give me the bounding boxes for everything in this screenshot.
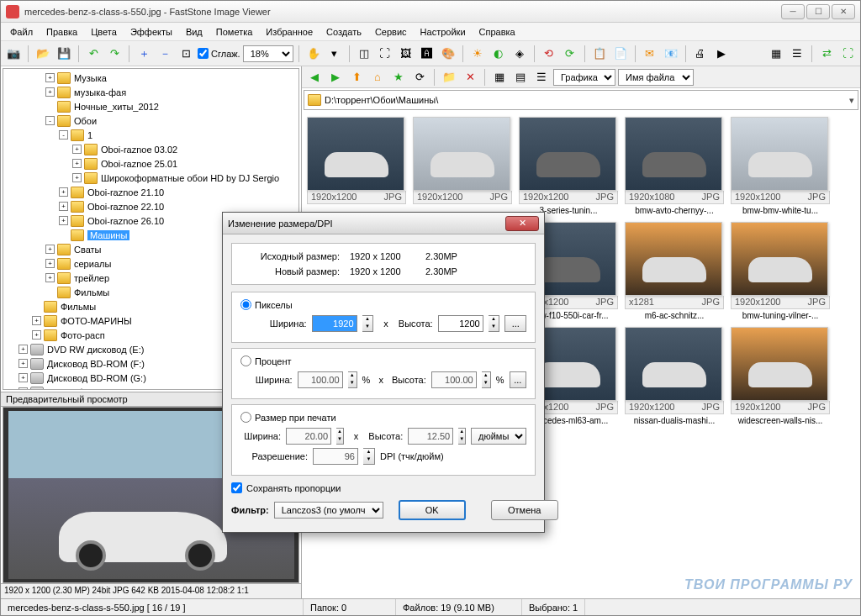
thumbnail[interactable]: 1920x1200JPGwidescreen-walls-nis... bbox=[731, 327, 830, 425]
tree-item[interactable]: +Широкоформатные обои HD by DJ Sergio bbox=[5, 171, 297, 185]
menu-Создать[interactable]: Создать bbox=[320, 25, 367, 39]
slideshow-icon[interactable]: ▶ bbox=[712, 45, 731, 63]
menu-Настройки[interactable]: Настройки bbox=[415, 25, 472, 39]
tree-expander-icon[interactable]: + bbox=[45, 273, 55, 282]
brightness-icon[interactable]: ☀ bbox=[468, 45, 487, 63]
thumbnail[interactable]: x1281JPGm6-ac-schnitz... bbox=[625, 222, 724, 320]
undo-icon[interactable]: ⟲ bbox=[540, 45, 558, 63]
tree-expander-icon[interactable]: + bbox=[45, 73, 55, 82]
crop-icon[interactable]: ◫ bbox=[355, 45, 373, 63]
menu-Цвета[interactable]: Цвета bbox=[85, 25, 123, 39]
thumbnail[interactable]: 1920x1200JPGbmw-tuning-vilner-... bbox=[731, 222, 830, 320]
text-icon[interactable]: 🅰 bbox=[418, 45, 436, 63]
tree-expander-icon[interactable]: + bbox=[18, 387, 28, 390]
tree-expander-icon[interactable]: + bbox=[18, 373, 28, 382]
unit-combo[interactable]: дюймы bbox=[471, 428, 526, 445]
percent-radio[interactable]: Процент bbox=[240, 355, 526, 366]
tree-item[interactable]: +Oboi-raznoe 03.02 bbox=[5, 142, 297, 156]
hand-icon[interactable]: ✋ bbox=[304, 45, 323, 63]
view-small-icon[interactable]: ▤ bbox=[511, 68, 530, 87]
width-pct-input[interactable] bbox=[298, 371, 343, 388]
fav-icon[interactable]: ★ bbox=[389, 68, 408, 87]
tree-item[interactable]: Ночные_хиты_2012 bbox=[5, 99, 297, 113]
keep-aspect-checkbox[interactable]: Сохранять пропорции bbox=[231, 482, 536, 493]
copy-icon[interactable]: 📋 bbox=[590, 45, 609, 63]
maximize-button[interactable]: ☐ bbox=[806, 4, 830, 19]
thumbnail[interactable]: 1920x1200JPG3-series-tunin... bbox=[519, 117, 618, 215]
paste-icon[interactable]: 📄 bbox=[611, 45, 630, 63]
tree-expander-icon[interactable]: + bbox=[72, 145, 82, 154]
menu-Правка[interactable]: Правка bbox=[40, 25, 83, 39]
compare-icon[interactable]: ⇄ bbox=[817, 45, 836, 63]
home-icon[interactable]: ⌂ bbox=[368, 68, 387, 87]
delete-icon[interactable]: ✕ bbox=[461, 68, 479, 87]
forward-icon[interactable]: ▶ bbox=[326, 68, 345, 87]
refresh-icon[interactable]: ⟳ bbox=[410, 68, 429, 87]
menu-Сервис[interactable]: Сервис bbox=[369, 25, 413, 39]
tree-expander-icon[interactable]: + bbox=[59, 202, 68, 211]
menu-Пометка[interactable]: Пометка bbox=[210, 25, 259, 39]
group-combo[interactable]: Графика bbox=[553, 69, 615, 86]
clone-icon[interactable]: 🖼 bbox=[397, 45, 415, 63]
zoom-in-icon[interactable]: ＋ bbox=[135, 45, 153, 63]
tree-expander-icon[interactable]: + bbox=[32, 316, 41, 325]
tree-expander-icon[interactable]: + bbox=[18, 345, 28, 354]
height-px-input[interactable] bbox=[438, 315, 483, 332]
view-list-icon[interactable]: ☰ bbox=[788, 45, 806, 63]
width-print-input[interactable] bbox=[286, 428, 331, 445]
height-pct-input[interactable] bbox=[431, 371, 477, 388]
ok-button[interactable]: OK bbox=[399, 500, 466, 520]
menu-Справка[interactable]: Справка bbox=[473, 25, 521, 39]
width-spinner[interactable]: ▲▼ bbox=[362, 315, 374, 332]
tree-item[interactable]: +Oboi-raznoe 21.10 bbox=[5, 185, 297, 199]
open-icon[interactable]: 📂 bbox=[34, 45, 52, 63]
close-button[interactable]: ✕ bbox=[832, 4, 855, 19]
tree-item[interactable]: -1 bbox=[5, 128, 297, 142]
print-radio[interactable]: Размер при печати bbox=[240, 412, 526, 423]
zoom-fit-icon[interactable]: ⊡ bbox=[177, 45, 195, 63]
pixels-radio[interactable]: Пикселы bbox=[240, 299, 526, 310]
view-large-icon[interactable]: ▦ bbox=[490, 68, 509, 87]
dialog-close-button[interactable]: ✕ bbox=[505, 216, 539, 231]
tree-item[interactable]: +Oboi-raznoe 25.01 bbox=[5, 156, 297, 171]
height-spinner[interactable]: ▲▼ bbox=[489, 315, 500, 332]
menu-Избранное[interactable]: Избранное bbox=[260, 25, 319, 39]
thumbnail[interactable]: 1920x1200JPG bbox=[413, 117, 512, 215]
print-icon[interactable]: 🖨 bbox=[691, 45, 710, 63]
rotate-right-icon[interactable]: ↷ bbox=[105, 45, 124, 63]
tree-item[interactable]: -Обои bbox=[5, 113, 297, 128]
tree-item[interactable]: +Музыка bbox=[5, 71, 297, 85]
color-icon[interactable]: ◐ bbox=[489, 45, 508, 63]
sharpen-icon[interactable]: ◈ bbox=[510, 45, 529, 63]
new-folder-icon[interactable]: 📁 bbox=[440, 68, 458, 87]
tree-expander-icon[interactable]: + bbox=[72, 173, 82, 182]
tree-expander-icon[interactable]: + bbox=[59, 187, 68, 197]
tree-expander-icon[interactable]: - bbox=[45, 116, 55, 125]
up-icon[interactable]: ⬆ bbox=[347, 68, 366, 87]
view-detail-icon[interactable]: ☰ bbox=[532, 68, 551, 87]
mail-icon[interactable]: 📧 bbox=[662, 45, 680, 63]
smooth-checkbox[interactable]: Сглаж. bbox=[198, 48, 240, 59]
zoom-combo[interactable]: 18% bbox=[243, 45, 293, 62]
dropdown-icon[interactable]: ▾ bbox=[325, 45, 344, 63]
save-icon[interactable]: 💾 bbox=[55, 45, 73, 63]
tree-expander-icon[interactable]: + bbox=[45, 259, 55, 268]
menu-Вид[interactable]: Вид bbox=[180, 25, 209, 39]
redo-icon[interactable]: ⟳ bbox=[561, 45, 579, 63]
rotate-left-icon[interactable]: ↶ bbox=[84, 45, 103, 63]
tree-expander-icon[interactable]: + bbox=[45, 87, 55, 97]
zoom-out-icon[interactable]: － bbox=[156, 45, 174, 63]
width-px-input[interactable] bbox=[312, 315, 357, 332]
thumbnail[interactable]: 1920x1200JPG bbox=[307, 117, 406, 215]
tree-expander-icon[interactable]: - bbox=[59, 130, 68, 140]
dialog-titlebar[interactable]: Изменение размера/DPI ✕ bbox=[223, 213, 544, 234]
path-bar[interactable]: D:\торрент\Обои\Машины\ ▾ bbox=[304, 90, 858, 110]
tree-expander-icon[interactable]: + bbox=[18, 359, 28, 368]
dpi-input[interactable] bbox=[313, 448, 358, 465]
minimize-button[interactable]: ─ bbox=[781, 4, 805, 19]
menu-Файл[interactable]: Файл bbox=[4, 25, 39, 39]
filter-combo[interactable]: Lanczos3 (по умолч.) bbox=[274, 502, 383, 519]
acquire-icon[interactable]: 📷 bbox=[4, 45, 23, 63]
tree-expander-icon[interactable]: + bbox=[72, 159, 82, 168]
menu-Эффекты[interactable]: Эффекты bbox=[124, 25, 178, 39]
